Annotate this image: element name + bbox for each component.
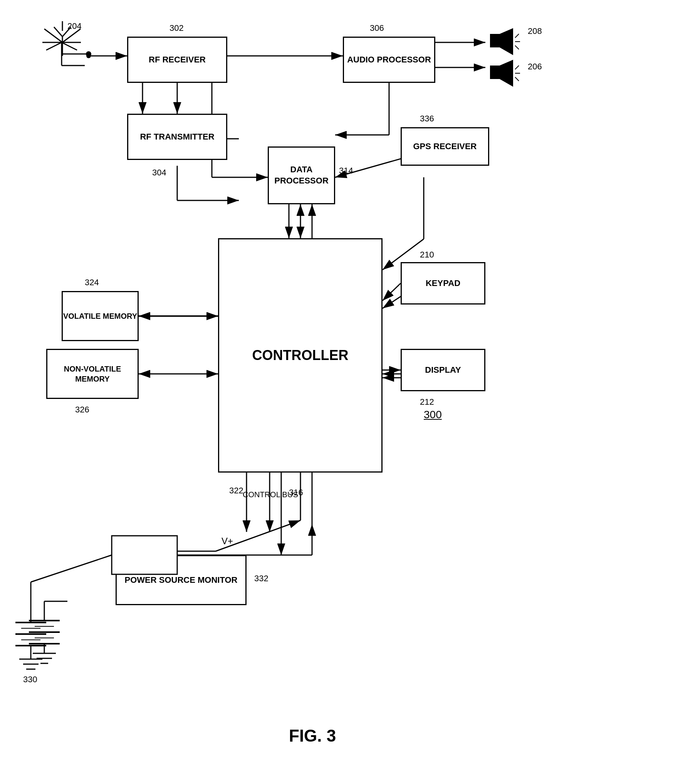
controller-label: CONTROLLER — [252, 347, 349, 365]
antenna-label: 204 — [67, 21, 82, 31]
audio-processor-block: AUDIO PROCESSOR — [343, 37, 435, 83]
battery-icon — [21, 597, 67, 675]
svg-point-60 — [86, 51, 91, 57]
svg-marker-38 — [500, 28, 513, 55]
data-processor-ref: 314 — [339, 166, 353, 176]
speaker2-ref: 206 — [528, 62, 542, 72]
rf-receiver-ref: 302 — [169, 23, 184, 33]
display-ref: 212 — [420, 397, 434, 407]
svg-rect-37 — [490, 34, 500, 47]
power-source-monitor-block: POWER SOURCE MONITOR — [116, 555, 247, 605]
rf-transmitter-label: RF TRANSMITTER — [140, 131, 214, 143]
svg-line-39 — [515, 34, 519, 38]
rf-receiver-block: RF RECEIVER — [127, 37, 227, 83]
non-volatile-memory-label: NON-VOLATILE MEMORY — [47, 364, 138, 384]
ref-334: 334 — [119, 534, 134, 544]
battery-ref: 330 — [23, 675, 37, 685]
svg-point-5 — [86, 54, 91, 58]
audio-processor-ref: 306 — [370, 23, 384, 33]
gps-receiver-label: GPS RECEIVER — [413, 141, 477, 152]
speaker1-ref: 208 — [528, 26, 542, 36]
speaker2-symbol — [486, 58, 521, 90]
diagram-container: 204 RF RECEIVER 302 RF TRANSMITTER 304 A… — [0, 0, 688, 784]
svg-rect-42 — [490, 66, 500, 79]
svg-marker-43 — [500, 60, 513, 87]
battery-symbol — [21, 597, 67, 676]
speaker1-icon — [486, 26, 521, 57]
power-source-monitor-label: POWER SOURCE MONITOR — [125, 575, 238, 586]
data-processor-label: DATA PROCESSOR — [269, 164, 334, 186]
non-volatile-memory-ref: 326 — [75, 405, 89, 415]
speaker2-icon — [486, 58, 521, 89]
display-block: DISPLAY — [401, 349, 485, 391]
svg-line-92 — [31, 555, 112, 582]
volatile-memory-block: VOLATILE MEMORY — [62, 291, 139, 341]
volatile-memory-ref: 324 — [85, 278, 99, 288]
svg-line-32 — [46, 42, 62, 50]
display-label: DISPLAY — [425, 365, 461, 376]
keypad-block: KEYPAD — [401, 262, 485, 305]
svg-line-46 — [515, 77, 519, 81]
ref-300: 300 — [424, 409, 442, 421]
svg-line-44 — [515, 66, 519, 69]
rf-transmitter-block: RF TRANSMITTER — [127, 114, 227, 160]
speaker1-symbol — [486, 26, 521, 59]
data-processor-block: DATA PROCESSOR — [268, 146, 335, 204]
power-source-monitor-ref: 332 — [254, 574, 268, 584]
rf-transmitter-ref: 304 — [152, 168, 166, 178]
keypad-label: KEYPAD — [426, 278, 460, 289]
controller-block: CONTROLLER — [218, 238, 383, 473]
figure-label: FIG. 3 — [289, 726, 336, 745]
svg-line-41 — [515, 45, 519, 49]
volatile-memory-label: VOLATILE MEMORY — [63, 311, 137, 321]
non-volatile-memory-block: NON-VOLATILE MEMORY — [46, 349, 139, 399]
rf-receiver-label: RF RECEIVER — [149, 54, 206, 66]
svg-line-72 — [383, 283, 401, 301]
control-bus-ref: 322 — [229, 486, 243, 496]
audio-processor-label: AUDIO PROCESSOR — [347, 54, 431, 66]
svg-line-33 — [62, 42, 77, 50]
ref-316: 316 — [289, 488, 303, 498]
keypad-ref: 210 — [420, 250, 434, 260]
gps-receiver-ref: 336 — [420, 114, 434, 124]
gps-receiver-block: GPS RECEIVER — [401, 127, 489, 166]
v-plus-label: V+ — [222, 536, 233, 547]
